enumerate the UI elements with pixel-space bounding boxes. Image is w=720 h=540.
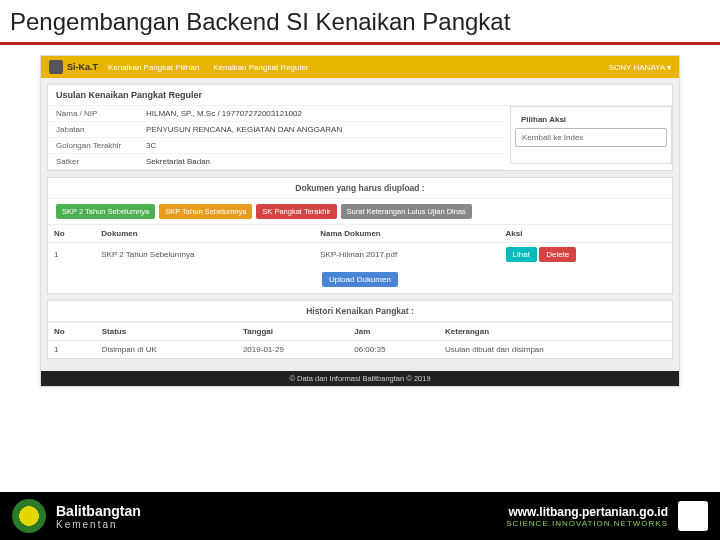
cell-no: 1 [48, 341, 96, 359]
footer-badge-icon [678, 501, 708, 531]
brand-text: Si-Ka.T [67, 62, 98, 72]
value-golongan: 3C [146, 141, 156, 150]
docs-table: No Dokumen Nama Dokumen Aksi 1 SKP 2 Tah… [48, 224, 672, 266]
table-row: 1 Disimpan di UK 2019-01-29 06:00:35 Usu… [48, 341, 672, 359]
nav-reguler[interactable]: Kenaikan Pangkat Reguler [213, 63, 308, 72]
th-no: No [48, 225, 95, 243]
table-header-row: No Status Tanggal Jam Keterangan [48, 323, 672, 341]
footer-url: www.litbang.pertanian.go.id [506, 505, 668, 519]
value-satker: Sekretariat Badan [146, 157, 210, 166]
panel-header: Usulan Kenaikan Pangkat Reguler Nama / N… [47, 84, 673, 171]
cell-no: 1 [48, 243, 95, 267]
table-row: 1 SKP 2 Tahun Sebelumnya SKP-Hilman 2017… [48, 243, 672, 267]
cell-aksi: Lihat Delete [500, 243, 672, 267]
tag-surat-lulus: Surat Keterangan Lulus Ujian Dinas [341, 204, 472, 219]
upload-dokumen-button[interactable]: Upload Dokumen [322, 272, 398, 287]
app-footer: © Data dan Informasi Balitbangtan © 2019 [41, 371, 679, 386]
cell-tanggal: 2019-01-29 [237, 341, 348, 359]
cell-jam: 06:00:35 [348, 341, 439, 359]
app-window: Si-Ka.T Kenaikan Pangkat Pilihan Kenaika… [40, 55, 680, 387]
view-button[interactable]: Lihat [506, 247, 537, 262]
value-jabatan: PENYUSUN RENCANA, KEGIATAN DAN ANGGARAN [146, 125, 342, 134]
doc-tags-row: SKP 2 Tahun Sebelumnya SKP Tahun Sebelum… [48, 199, 672, 224]
topbar: Si-Ka.T Kenaikan Pangkat Pilihan Kenaika… [41, 56, 679, 78]
app-content: Usulan Kenaikan Pangkat Reguler Nama / N… [41, 78, 679, 371]
footer-org: Balitbangtan [56, 503, 141, 519]
side-panel-title: Pilihan Aksi [515, 111, 667, 128]
th-aksi: Aksi [500, 225, 672, 243]
page-title: Usulan Kenaikan Pangkat Reguler [48, 85, 672, 106]
cell-nama-dokumen: SKP-Hilman 2017.pdf [314, 243, 499, 267]
side-panel: Pilihan Aksi Kembali ke Index [510, 106, 672, 164]
th-nama-dokumen: Nama Dokumen [314, 225, 499, 243]
cell-dokumen: SKP 2 Tahun Sebelumnya [95, 243, 314, 267]
brand-logo-icon [49, 60, 63, 74]
th-jam: Jam [348, 323, 439, 341]
panel-history: Histori Kenaikan Pangkat : No Status Tan… [47, 300, 673, 359]
user-menu[interactable]: SONY HANAYA ▾ [609, 63, 671, 72]
nav-pilihan[interactable]: Kenaikan Pangkat Pilihan [108, 63, 199, 72]
info-panel: Nama / NIPHILMAN, SP., M.Sc / 1977072720… [48, 106, 504, 170]
cell-keterangan: Usulan dibuat dan disimpan [439, 341, 672, 359]
label-nama: Nama / NIP [56, 109, 146, 118]
th-status: Status [96, 323, 237, 341]
delete-button[interactable]: Delete [539, 247, 576, 262]
footer-logo-icon [12, 499, 46, 533]
label-satker: Satker [56, 157, 146, 166]
th-no: No [48, 323, 96, 341]
footer-tagline: SCIENCE.INNOVATION.NETWORKS [506, 519, 668, 528]
title-underline [0, 42, 720, 45]
history-table: No Status Tanggal Jam Keterangan 1 Disim… [48, 322, 672, 358]
cell-status: Disimpan di UK [96, 341, 237, 359]
value-nama: HILMAN, SP., M.Sc / 197707272003121002 [146, 109, 302, 118]
th-tanggal: Tanggal [237, 323, 348, 341]
docs-heading: Dokumen yang harus diupload : [48, 178, 672, 199]
tag-sk-pangkat: SK Pangkat Terakhir [256, 204, 336, 219]
panel-docs: Dokumen yang harus diupload : SKP 2 Tahu… [47, 177, 673, 294]
label-jabatan: Jabatan [56, 125, 146, 134]
table-header-row: No Dokumen Nama Dokumen Aksi [48, 225, 672, 243]
slide-footer: Balitbangtan Kementan www.litbang.pertan… [0, 492, 720, 540]
tag-skp2: SKP 2 Tahun Sebelumnya [56, 204, 155, 219]
footer-suborg: Kementan [56, 519, 141, 530]
th-dokumen: Dokumen [95, 225, 314, 243]
slide-title: Pengembangan Backend SI Kenaikan Pangkat [0, 0, 720, 42]
label-golongan: Golongan Terakhir [56, 141, 146, 150]
history-heading: Histori Kenaikan Pangkat : [48, 301, 672, 322]
back-to-index-button[interactable]: Kembali ke Index [515, 128, 667, 147]
th-keterangan: Keterangan [439, 323, 672, 341]
tag-skp1: SKP Tahun Sebelumnya [159, 204, 252, 219]
